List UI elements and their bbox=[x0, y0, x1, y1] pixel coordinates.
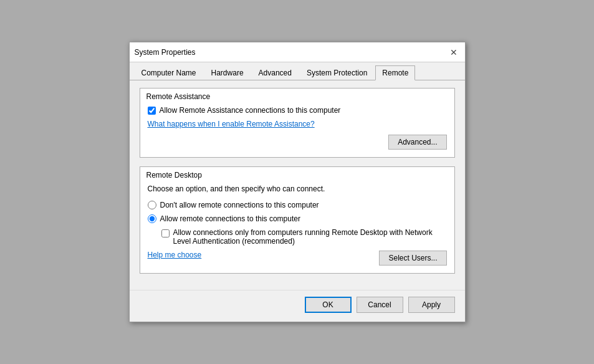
remote-assistance-content: Allow Remote Assistance connections to t… bbox=[140, 103, 454, 157]
remote-desktop-title: Remote Desktop bbox=[140, 167, 454, 182]
allow-remote-assistance-label: Allow Remote Assistance connections to t… bbox=[160, 106, 341, 115]
remote-desktop-content: Choose an option, and then specify who c… bbox=[140, 182, 454, 273]
dont-allow-radio-row: Don't allow remote connections to this c… bbox=[148, 201, 447, 209]
help-me-choose-link[interactable]: Help me choose bbox=[148, 251, 202, 259]
advanced-button[interactable]: Advanced... bbox=[388, 135, 446, 150]
remote-assistance-group: Remote Assistance Allow Remote Assistanc… bbox=[140, 88, 455, 158]
nla-label: Allow connections only from computers ru… bbox=[173, 228, 447, 246]
tab-remote[interactable]: Remote bbox=[375, 65, 415, 80]
allow-radio[interactable] bbox=[148, 214, 156, 223]
ok-button[interactable]: OK bbox=[305, 297, 352, 313]
remote-assistance-title: Remote Assistance bbox=[140, 89, 454, 103]
dialog-title: System Properties bbox=[135, 48, 196, 57]
remote-desktop-group: Remote Desktop Choose an option, and the… bbox=[140, 166, 455, 274]
tab-bar: Computer Name Hardware Advanced System P… bbox=[130, 62, 465, 80]
dont-allow-label: Don't allow remote connections to this c… bbox=[160, 201, 319, 209]
nla-checkbox[interactable] bbox=[161, 229, 170, 237]
allow-remote-assistance-row: Allow Remote Assistance connections to t… bbox=[148, 106, 447, 115]
tab-advanced[interactable]: Advanced bbox=[252, 65, 299, 80]
tab-computer-name[interactable]: Computer Name bbox=[135, 65, 203, 80]
cancel-button[interactable]: Cancel bbox=[357, 297, 403, 313]
tab-system-protection[interactable]: System Protection bbox=[300, 65, 374, 80]
system-properties-dialog: System Properties ✕ Computer Name Hardwa… bbox=[129, 42, 466, 322]
allow-remote-assistance-checkbox[interactable] bbox=[148, 107, 156, 115]
close-button[interactable]: ✕ bbox=[448, 46, 460, 59]
allow-label: Allow remote connections to this compute… bbox=[160, 214, 300, 223]
dialog-footer: OK Cancel Apply bbox=[130, 290, 465, 322]
title-bar: System Properties ✕ bbox=[130, 42, 465, 62]
allow-radio-row: Allow remote connections to this compute… bbox=[148, 214, 447, 223]
remote-assistance-help-link[interactable]: What happens when I enable Remote Assist… bbox=[148, 120, 315, 128]
remote-desktop-description: Choose an option, and then specify who c… bbox=[148, 184, 447, 193]
nla-checkbox-row: Allow connections only from computers ru… bbox=[161, 228, 447, 246]
apply-button[interactable]: Apply bbox=[408, 297, 455, 313]
tab-hardware[interactable]: Hardware bbox=[204, 65, 251, 80]
select-users-button[interactable]: Select Users... bbox=[379, 251, 446, 266]
dont-allow-radio[interactable] bbox=[148, 201, 156, 209]
advanced-button-row: Advanced... bbox=[148, 135, 447, 150]
tab-content: Remote Assistance Allow Remote Assistanc… bbox=[130, 80, 465, 290]
remote-desktop-footer-row: Help me choose Select Users... bbox=[148, 251, 447, 266]
